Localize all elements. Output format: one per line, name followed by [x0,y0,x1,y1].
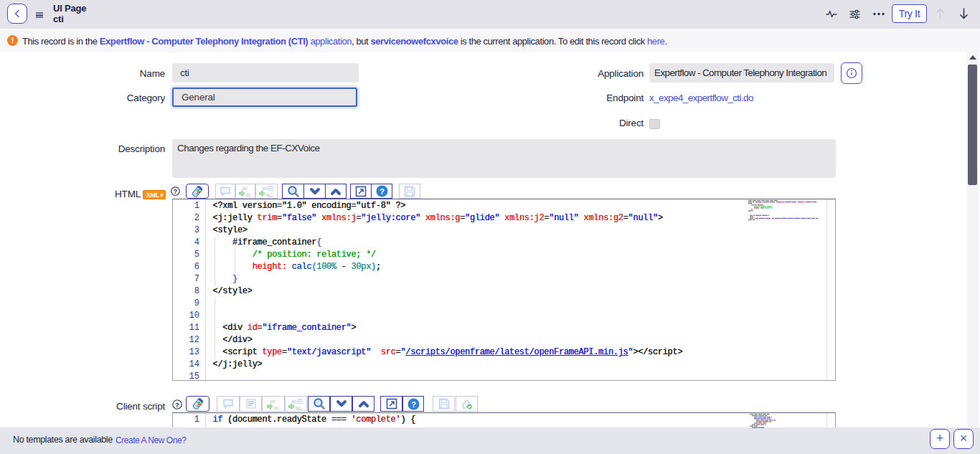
svg-text:ab: ab [242,186,248,191]
svg-text:ac: ac [274,405,280,410]
svg-text:?: ? [380,187,385,196]
svg-text:?: ? [411,399,416,408]
svg-text:ab: ab [270,398,275,403]
svg-text:ac: ac [296,405,301,410]
svg-text:ab: ab [262,186,268,191]
svg-text:ab: ab [291,398,297,403]
svg-text:ac: ac [246,192,252,197]
svg-text:?: ? [175,401,179,409]
svg-text:ac: ac [266,192,272,197]
svg-text:?: ? [174,188,177,195]
